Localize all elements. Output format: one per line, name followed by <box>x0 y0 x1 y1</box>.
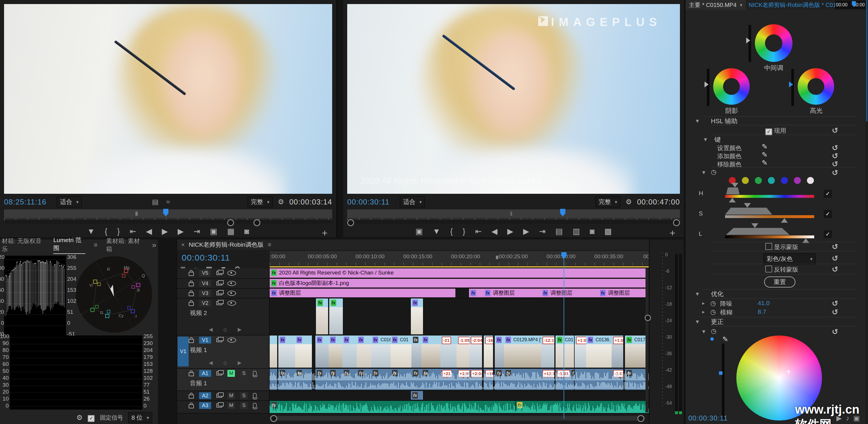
insert-icon[interactable]: ▣ <box>210 227 218 236</box>
video-clip[interactable]: fx <box>495 335 505 368</box>
audio-clip[interactable] <box>270 369 278 390</box>
video-clip[interactable]: +1:01 <box>612 335 624 368</box>
correct-luma-slider[interactable] <box>722 344 724 419</box>
correct-collapse-icon[interactable]: ▾ <box>696 318 699 325</box>
close-icon[interactable]: × <box>181 241 185 248</box>
source-scrub-bar[interactable] <box>4 209 332 220</box>
lumetri-clip-selector[interactable]: 主要 * C0150.MP4▾ <box>685 0 746 10</box>
sync-lock-icon[interactable] <box>216 394 222 398</box>
sync-lock-icon[interactable] <box>216 338 222 342</box>
stopwatch-icon[interactable]: ◷ <box>711 327 716 335</box>
sync-lock-icon[interactable] <box>216 291 222 295</box>
extract-icon[interactable]: ▥ <box>572 227 580 236</box>
video-clip[interactable]: fx2020 All Rights Reserved © Nick-Chan /… <box>270 268 649 278</box>
button-editor-plus[interactable]: + <box>322 227 328 239</box>
program-zoom-select[interactable]: 适合▾ <box>400 196 425 207</box>
zoom-handle-left[interactable] <box>347 219 354 226</box>
track-header-v4[interactable]: V4 <box>177 279 270 289</box>
timeline-vertical-scrollbar[interactable] <box>646 268 648 413</box>
source-zoom-select[interactable]: 适合▾ <box>57 196 82 207</box>
audio-clip[interactable]: fx <box>495 369 505 390</box>
slider-handle[interactable] <box>789 81 796 87</box>
audio-clip[interactable]: -1:01 <box>612 369 624 390</box>
track-header-a2[interactable]: A2MS <box>177 391 270 401</box>
mute-button[interactable]: M <box>227 402 235 409</box>
midtones-color-wheel[interactable] <box>755 24 793 62</box>
audio-waveform-icon[interactable]: ≈ <box>166 198 177 206</box>
track-button-v3[interactable]: V3 <box>199 290 211 297</box>
lock-icon[interactable] <box>189 282 194 286</box>
sync-lock-icon[interactable] <box>216 403 222 407</box>
audio-clip[interactable]: fx <box>342 369 357 390</box>
scopes-tab-1[interactable]: Lumetri 范围 <box>53 236 85 254</box>
play-icon[interactable]: ▶ <box>507 227 513 236</box>
lock-icon[interactable] <box>189 394 194 398</box>
video-clip[interactable]: fx <box>329 335 343 368</box>
go-to-in-icon[interactable]: ⇤ <box>475 227 482 236</box>
mark-out-icon[interactable]: } <box>117 227 120 236</box>
hsl-section-collapse-icon[interactable]: ▾ <box>696 118 699 124</box>
step-back-icon[interactable]: ◀ <box>146 227 152 236</box>
sync-lock-icon[interactable] <box>216 371 222 376</box>
range-handle-top[interactable] <box>732 183 738 191</box>
mute-button[interactable]: M <box>227 370 235 377</box>
film-strip-icon[interactable]: ▤ <box>152 198 166 206</box>
reset-icon[interactable]: ↺ <box>832 327 838 336</box>
lumetri-mini-timeline[interactable]: 00:0000:00 <box>835 1 866 9</box>
video-clip[interactable]: fx <box>295 335 312 368</box>
audio-clip[interactable]: fx <box>270 401 516 413</box>
h-range-strip[interactable] <box>725 195 814 198</box>
mute-button[interactable]: M <box>227 392 235 399</box>
lock-icon[interactable] <box>189 372 194 376</box>
bit-depth-select[interactable]: 8 位▾ <box>128 412 152 423</box>
correct-sub-collapse-icon[interactable]: ▾ <box>702 328 705 335</box>
play-icon[interactable]: ▶ <box>162 227 168 236</box>
video-clip[interactable]: fx <box>315 335 329 368</box>
midtones-luma-slider[interactable] <box>748 25 751 62</box>
source-quality-select[interactable]: 完整▾ <box>248 196 273 207</box>
solo-button[interactable]: S <box>240 392 248 399</box>
toggle-track-output-icon[interactable] <box>227 291 236 296</box>
step-back-icon[interactable]: ◀ <box>492 227 498 236</box>
audio-clip[interactable]: fx <box>411 391 424 400</box>
l-range-strip[interactable] <box>725 235 814 238</box>
step-forward-icon[interactable]: ▶ <box>523 227 529 236</box>
show-mask-checkbox[interactable] <box>765 243 772 250</box>
program-zoom-scrollbar[interactable] <box>347 220 680 224</box>
audio-clip[interactable]: +12:17 <box>541 369 555 390</box>
video-clip[interactable]: fx调整图层 <box>270 289 456 297</box>
scopes-tab-0[interactable]: 材箱: 无版权音乐 <box>2 237 44 253</box>
key-color-swatch[interactable] <box>794 177 801 184</box>
step-forward-icon[interactable]: ▶ <box>178 227 184 236</box>
export-frame-icon[interactable]: ◙ <box>590 227 595 236</box>
program-playhead[interactable] <box>560 209 565 216</box>
track-header-a3[interactable]: A3MS <box>177 401 270 414</box>
panel-menu-icon[interactable]: ≡ <box>94 241 97 249</box>
parameter-value[interactable]: 8.7 <box>758 308 766 315</box>
video-clip[interactable]: -2:04 <box>469 335 483 368</box>
audio-clip[interactable]: fx <box>295 369 312 390</box>
video-clip[interactable]: fx白色版本logo阴影副本-1.png <box>270 279 649 288</box>
mark-out-icon[interactable]: } <box>463 227 465 236</box>
source-zoom-scrollbar[interactable] <box>4 220 332 224</box>
program-quality-select[interactable]: 完整▾ <box>595 196 620 207</box>
track-button-a2[interactable]: A2 <box>199 392 211 399</box>
audio-clip[interactable]: fx <box>278 369 296 390</box>
program-settings-wrench-icon[interactable]: ⚙ <box>625 198 632 206</box>
video-clip[interactable]: fxC0129.MP4 [V <box>504 335 541 368</box>
audio-clip[interactable]: -1:01fx <box>556 369 575 390</box>
reset-icon[interactable]: ↺ <box>832 265 838 274</box>
audio-clip[interactable]: fx <box>421 369 441 390</box>
lock-icon[interactable] <box>189 404 194 409</box>
key-color-swatch[interactable] <box>755 177 762 184</box>
source-patch-v1[interactable]: V1 <box>178 337 189 366</box>
track-header-v1[interactable]: V1视频 1◀ ◇ ▶V1 <box>177 335 270 369</box>
lift-icon[interactable]: ▤ <box>556 227 563 236</box>
optimize-collapse-icon[interactable]: ▾ <box>696 290 699 297</box>
audio-clip[interactable]: fx <box>411 369 422 390</box>
go-to-out-icon[interactable]: ⇥ <box>193 227 200 236</box>
parameter-value[interactable]: 41.0 <box>758 300 770 306</box>
timeline-timecode[interactable]: 00:00:30:11 <box>182 253 230 263</box>
eyedropper-icon[interactable]: ✐ <box>760 152 768 157</box>
audio-clip[interactable]: +21 <box>440 369 457 390</box>
